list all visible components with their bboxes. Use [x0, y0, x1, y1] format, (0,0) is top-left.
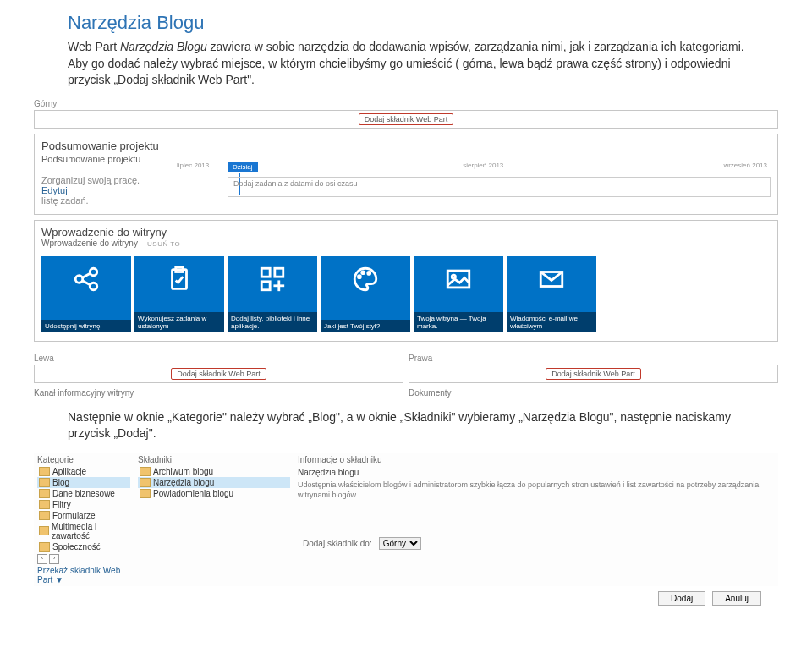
- zone-top-bar[interactable]: Dodaj składnik Web Part: [34, 110, 778, 129]
- mail-icon: [512, 261, 591, 297]
- share-icon: [47, 261, 126, 297]
- remove-this-link[interactable]: USUŃ TO: [147, 240, 180, 248]
- category-item[interactable]: Dane biznesowe: [37, 488, 130, 499]
- categories-column: Kategorie Aplikacje Blog Dane biznesowe …: [34, 453, 134, 586]
- text: Wprowadzenie do witryny: [41, 239, 138, 248]
- zone-left-column: Lewa Dodaj składnik Web Part Kanał infor…: [34, 354, 403, 398]
- categories-header: Kategorie: [37, 455, 130, 464]
- info-column: Informacje o składniku Narzędzia blogu U…: [294, 453, 778, 586]
- clipboard-check-icon: [140, 261, 219, 297]
- add-webpart-button-top[interactable]: Dodaj składnik Web Part: [359, 113, 453, 125]
- category-item[interactable]: Multimedia i zawartość: [37, 521, 130, 541]
- document-intro: Narzędzia Blogu Web Part Narzędzia Blogu…: [0, 0, 812, 99]
- webpart-site-intro: Wprowadzenie do witryny Wprowadzenie do …: [34, 220, 778, 342]
- cancel-button[interactable]: Anuluj: [712, 591, 761, 606]
- timeline: Zorganizuj swoją pracę. Edytuj listę zad…: [41, 173, 771, 209]
- folder-icon: [140, 478, 151, 487]
- zone-label-right: Prawa: [409, 354, 778, 363]
- tile-style[interactable]: Jaki jest Twój styl?: [321, 256, 410, 332]
- component-item[interactable]: Archiwum blogu: [138, 466, 290, 477]
- category-item-selected[interactable]: Blog: [37, 477, 130, 488]
- timeline-hint: Zorganizuj swoją pracę. Edytuj listę zad…: [41, 175, 168, 206]
- screenshot-webpart-zones: Górny Dodaj składnik Web Part Podsumowan…: [0, 99, 812, 398]
- zone-left-bar[interactable]: Dodaj składnik Web Part: [34, 365, 403, 383]
- add-to-zone-row: Dodaj składnik do: Górny: [298, 534, 775, 553]
- add-webpart-button-right[interactable]: Dodaj składnik Web Part: [546, 368, 640, 380]
- tile-share-site[interactable]: Udostępnij witrynę.: [41, 256, 131, 332]
- tile-tasks[interactable]: Wykonujesz zadania w ustalonym: [134, 256, 224, 332]
- zone-right-bar[interactable]: Dodaj składnik Web Part: [409, 365, 778, 383]
- webpart-sitefeed-label: Kanał informacyjny witryny: [34, 388, 403, 398]
- webpart-picker-panel: Kategorie Aplikacje Blog Dane biznesowe …: [34, 453, 778, 586]
- component-item-selected[interactable]: Narzędzia blogu: [138, 477, 290, 488]
- folder-icon: [39, 526, 49, 535]
- category-item[interactable]: Społeczność: [37, 541, 130, 552]
- info-header: Informacje o składniku: [298, 455, 775, 464]
- components-header: Składniki: [138, 455, 290, 464]
- folder-icon: [39, 478, 50, 487]
- webpart-documents-label: Dokumenty: [409, 388, 778, 398]
- tile-brand[interactable]: Twoja witryna — Twoja marka.: [414, 256, 503, 332]
- today-badge: Dzisiaj: [228, 162, 258, 172]
- category-label: Dane biznesowe: [52, 489, 115, 498]
- info-description: Udostępnia właścicielom blogów i adminis…: [298, 480, 775, 500]
- svg-rect-9: [261, 282, 270, 290]
- zone-label-left: Lewa: [34, 354, 403, 363]
- add-apps-icon: [233, 261, 312, 297]
- tile-caption: Wykonujesz zadania w ustalonym: [134, 312, 224, 332]
- month-label: wrzesień 2013: [723, 162, 767, 169]
- tile-caption: Jaki jest Twój styl?: [321, 320, 410, 332]
- scroll-left-icon[interactable]: ‹: [37, 554, 47, 564]
- zone-label-top: Górny: [34, 99, 778, 108]
- category-label: Multimedia i zawartość: [52, 522, 129, 541]
- scrollbar-stub[interactable]: ‹ ›: [37, 554, 130, 564]
- zone-left-right-row: Lewa Dodaj składnik Web Part Kanał infor…: [34, 354, 778, 398]
- component-label: Narzędzia blogu: [153, 478, 214, 487]
- upload-webpart-link[interactable]: Przekaż składnik Web Part ▼: [37, 566, 130, 584]
- folder-icon: [140, 467, 151, 476]
- timeline-placeholder-task[interactable]: Dodaj zadania z datami do osi czasu: [228, 177, 771, 197]
- add-button[interactable]: Dodaj: [658, 591, 705, 606]
- folder-icon: [39, 467, 50, 476]
- category-item[interactable]: Filtry: [37, 499, 130, 510]
- component-label: Powiadomienia blogu: [153, 489, 233, 498]
- tile-caption: Dodaj listy, biblioteki i inne aplikacje…: [228, 312, 317, 332]
- timeline-months: lipiec 2013 sierpień 2013 wrzesień 2013: [168, 162, 771, 169]
- folder-icon: [140, 489, 151, 498]
- component-label: Archiwum blogu: [153, 467, 213, 476]
- text-italic: Narzędzia Blogu: [120, 40, 207, 53]
- category-item[interactable]: Aplikacje: [37, 466, 130, 477]
- svg-point-2: [90, 283, 97, 290]
- svg-point-13: [362, 272, 365, 274]
- folder-icon: [39, 542, 50, 552]
- section-paragraph-1: Web Part Narzędzia Blogu zawiera w sobie…: [68, 39, 744, 89]
- svg-line-3: [82, 273, 91, 278]
- webpart-subtitle: Wprowadzenie do witryny USUŃ TO: [41, 239, 771, 248]
- section-title: Narzędzia Blogu: [68, 12, 744, 34]
- timeline-body[interactable]: lipiec 2013 sierpień 2013 wrzesień 2013 …: [168, 173, 771, 209]
- tile-caption: Wiadomości e-mail we właściwym: [507, 312, 596, 332]
- category-label: Społeczność: [52, 542, 101, 552]
- folder-icon: [39, 500, 50, 509]
- promoted-tiles: Udostępnij witrynę. Wykonujesz zadania w…: [41, 256, 771, 332]
- category-label: Filtry: [52, 500, 71, 509]
- edit-tasklist-link[interactable]: Edytuj: [41, 185, 68, 195]
- component-item[interactable]: Powiadomienia blogu: [138, 488, 290, 499]
- text: Web Part: [68, 40, 120, 53]
- tile-email[interactable]: Wiadomości e-mail we właściwym: [507, 256, 596, 332]
- svg-point-0: [75, 276, 83, 283]
- month-label: sierpień 2013: [463, 162, 503, 169]
- add-webpart-button-left[interactable]: Dodaj składnik Web Part: [171, 368, 266, 380]
- panel-action-buttons: Dodaj Anuluj: [0, 586, 812, 614]
- svg-point-1: [90, 268, 97, 276]
- svg-point-12: [359, 276, 361, 278]
- info-title: Narzędzia blogu: [298, 468, 775, 477]
- tile-add-apps[interactable]: Dodaj listy, biblioteki i inne aplikacje…: [228, 256, 317, 332]
- text: listę zadań.: [41, 195, 168, 206]
- zone-right-column: Prawa Dodaj składnik Web Part Dokumenty: [409, 354, 778, 398]
- category-item[interactable]: Formularze: [37, 510, 130, 521]
- scroll-right-icon[interactable]: ›: [49, 554, 59, 564]
- webpart-title: Wprowadzenie do witryny: [41, 226, 771, 239]
- add-to-zone-select[interactable]: Górny: [379, 537, 421, 550]
- month-label: lipiec 2013: [177, 162, 209, 169]
